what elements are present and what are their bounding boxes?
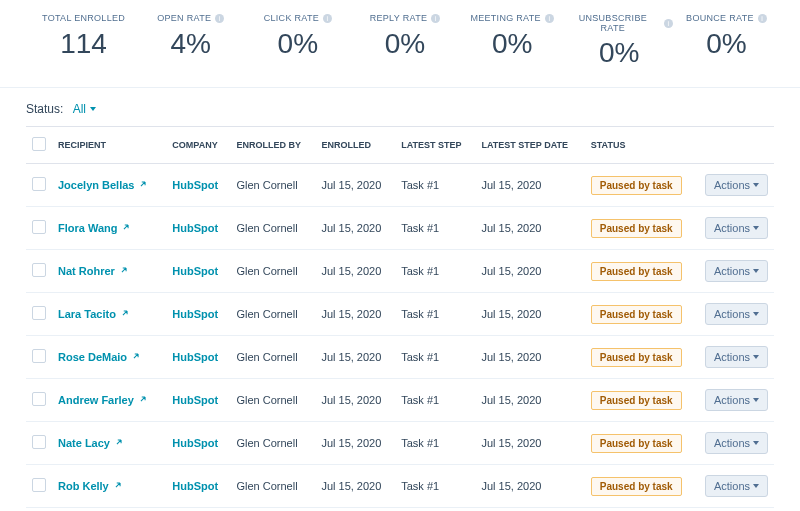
- company-link[interactable]: HubSpot: [172, 394, 218, 406]
- cell-latest_step_date: Jul 15, 2020: [475, 250, 584, 293]
- status-badge: Paused by task: [591, 176, 682, 195]
- status-filter-row: Status: All: [0, 88, 800, 126]
- company-link[interactable]: HubSpot: [172, 222, 218, 234]
- cell-enrolled: Jul 15, 2020: [315, 465, 395, 508]
- cell-latest_step_date: Jul 15, 2020: [475, 422, 584, 465]
- cell-enrolled: Jul 15, 2020: [315, 250, 395, 293]
- cell-enrolled: Jul 15, 2020: [315, 422, 395, 465]
- actions-button[interactable]: Actions: [705, 217, 768, 239]
- column-header[interactable]: LATEST STEP DATE: [475, 127, 584, 164]
- recipient-link[interactable]: Andrew Farley: [58, 394, 148, 406]
- row-checkbox[interactable]: [32, 392, 46, 406]
- cell-latest_step: Task #1: [395, 250, 475, 293]
- info-icon[interactable]: i: [545, 14, 554, 23]
- cell-enrolled_by: Glen Cornell: [230, 250, 315, 293]
- cell-enrolled: Jul 15, 2020: [315, 164, 395, 207]
- cell-latest_step: Task #1: [395, 293, 475, 336]
- stat-value: 4%: [137, 28, 244, 60]
- company-link[interactable]: HubSpot: [172, 351, 218, 363]
- cell-latest_step: Task #1: [395, 207, 475, 250]
- info-icon[interactable]: i: [215, 14, 224, 23]
- cell-enrolled_by: Glen Cornell: [230, 164, 315, 207]
- actions-button[interactable]: Actions: [705, 174, 768, 196]
- info-icon[interactable]: i: [758, 14, 767, 23]
- info-icon[interactable]: i: [664, 19, 673, 28]
- recipient-link[interactable]: Nat Rohrer: [58, 265, 129, 277]
- cell-enrolled: Jul 15, 2020: [315, 293, 395, 336]
- table-row: Rob Kelly HubSpotGlen CornellJul 15, 202…: [26, 465, 774, 508]
- stat-2: CLICK RATEi0%: [244, 10, 351, 69]
- company-link[interactable]: HubSpot: [172, 480, 218, 492]
- company-link[interactable]: HubSpot: [172, 179, 218, 191]
- actions-button[interactable]: Actions: [705, 260, 768, 282]
- cell-enrolled_by: Glen Cornell: [230, 508, 315, 512]
- chevron-down-icon: [753, 226, 759, 230]
- stat-value: 0%: [351, 28, 458, 60]
- stat-6: BOUNCE RATEi0%: [673, 10, 780, 69]
- status-badge: Paused by task: [591, 434, 682, 453]
- select-all-checkbox[interactable]: [32, 137, 46, 151]
- actions-button[interactable]: Actions: [705, 389, 768, 411]
- recipient-link[interactable]: Lara Tacito: [58, 308, 130, 320]
- status-badge: Paused by task: [591, 219, 682, 238]
- external-link-icon: [120, 308, 130, 320]
- status-filter-dropdown[interactable]: All: [73, 102, 96, 116]
- column-header[interactable]: RECIPIENT: [52, 127, 166, 164]
- row-checkbox[interactable]: [32, 349, 46, 363]
- status-filter-value: All: [73, 102, 86, 116]
- status-badge: Paused by task: [591, 391, 682, 410]
- status-badge: Paused by task: [591, 305, 682, 324]
- column-header[interactable]: COMPANY: [166, 127, 230, 164]
- actions-button[interactable]: Actions: [705, 346, 768, 368]
- company-link[interactable]: HubSpot: [172, 265, 218, 277]
- row-checkbox[interactable]: [32, 263, 46, 277]
- column-header[interactable]: ENROLLED BY: [230, 127, 315, 164]
- recipient-link[interactable]: Rose DeMaio: [58, 351, 141, 363]
- cell-enrolled_by: Glen Cornell: [230, 293, 315, 336]
- actions-button[interactable]: Actions: [705, 432, 768, 454]
- column-header[interactable]: LATEST STEP: [395, 127, 475, 164]
- info-icon[interactable]: i: [323, 14, 332, 23]
- external-link-icon: [121, 222, 131, 234]
- cell-enrolled_by: Glen Cornell: [230, 422, 315, 465]
- column-header[interactable]: STATUS: [585, 127, 699, 164]
- table-row: Flora Wang HubSpotGlen CornellJul 15, 20…: [26, 207, 774, 250]
- table-row: Nat Rohrer HubSpotGlen CornellJul 15, 20…: [26, 250, 774, 293]
- cell-enrolled: Jul 15, 2020: [315, 379, 395, 422]
- recipient-link[interactable]: Rob Kelly: [58, 480, 123, 492]
- cell-latest_step: Task #1: [395, 422, 475, 465]
- external-link-icon: [114, 437, 124, 449]
- actions-button[interactable]: Actions: [705, 303, 768, 325]
- recipient-link[interactable]: Jocelyn Bellas: [58, 179, 148, 191]
- row-checkbox[interactable]: [32, 220, 46, 234]
- row-checkbox[interactable]: [32, 306, 46, 320]
- cell-enrolled_by: Glen Cornell: [230, 207, 315, 250]
- stat-value: 0%: [673, 28, 780, 60]
- company-link[interactable]: HubSpot: [172, 437, 218, 449]
- cell-enrolled_by: Glen Cornell: [230, 465, 315, 508]
- company-link[interactable]: HubSpot: [172, 308, 218, 320]
- cell-enrolled_by: Glen Cornell: [230, 336, 315, 379]
- table-row: Nate Lacy HubSpotGlen CornellJul 15, 202…: [26, 422, 774, 465]
- column-header[interactable]: ENROLLED: [315, 127, 395, 164]
- chevron-down-icon: [753, 441, 759, 445]
- cell-latest_step: Task #1: [395, 164, 475, 207]
- stats-bar: TOTAL ENROLLED114OPEN RATEi4%CLICK RATEi…: [0, 0, 800, 88]
- external-link-icon: [138, 179, 148, 191]
- row-checkbox[interactable]: [32, 177, 46, 191]
- cell-latest_step_date: Jul 15, 2020: [475, 164, 584, 207]
- recipient-link[interactable]: Nate Lacy: [58, 437, 124, 449]
- cell-latest_step_date: Jul 15, 2020: [475, 465, 584, 508]
- cell-latest_step: Task #1: [395, 336, 475, 379]
- actions-button[interactable]: Actions: [705, 475, 768, 497]
- cell-latest_step_date: Jul 15, 2020: [475, 336, 584, 379]
- info-icon[interactable]: i: [431, 14, 440, 23]
- cell-latest_step_date: Jul 15, 2020: [475, 508, 584, 512]
- stat-label: TOTAL ENROLLED: [42, 13, 125, 23]
- recipient-link[interactable]: Flora Wang: [58, 222, 131, 234]
- stat-value: 0%: [566, 37, 673, 69]
- row-checkbox[interactable]: [32, 435, 46, 449]
- status-badge: Paused by task: [591, 477, 682, 496]
- external-link-icon: [131, 351, 141, 363]
- row-checkbox[interactable]: [32, 478, 46, 492]
